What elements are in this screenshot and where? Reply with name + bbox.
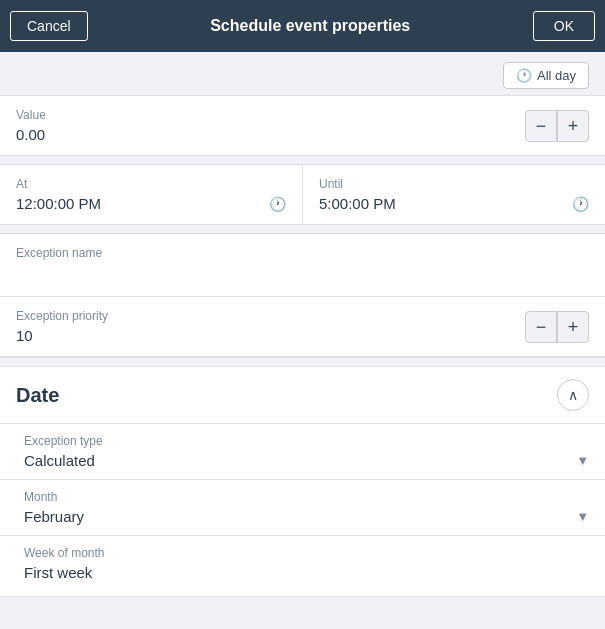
allday-button[interactable]: 🕐 All day xyxy=(503,62,589,89)
month-arrow-icon: ▼ xyxy=(576,509,589,524)
at-value[interactable]: 12:00:00 PM xyxy=(16,195,101,212)
week-of-month-label: Week of month xyxy=(24,546,589,560)
value-increment-button[interactable]: + xyxy=(557,110,589,142)
clock-icon: 🕐 xyxy=(516,68,532,83)
dialog: Cancel Schedule event properties OK 🕐 Al… xyxy=(0,0,605,629)
value-section: Value 0.00 − + xyxy=(0,95,605,156)
month-value: February xyxy=(24,508,84,525)
date-collapse-button[interactable]: ∧ xyxy=(557,379,589,411)
until-value[interactable]: 5:00:00 PM xyxy=(319,195,396,212)
exception-name-label: Exception name xyxy=(16,246,589,260)
month-label: Month xyxy=(24,490,589,504)
exception-priority-label: Exception priority xyxy=(16,309,108,323)
until-field: Until 5:00:00 PM 🕐 xyxy=(303,165,605,224)
cancel-button[interactable]: Cancel xyxy=(10,11,88,41)
at-time-row: 12:00:00 PM 🕐 xyxy=(16,195,286,212)
date-section: Date ∧ Exception type Calculated ▼ Month… xyxy=(0,366,605,597)
at-field: At 12:00:00 PM 🕐 xyxy=(0,165,303,224)
value-label: Value xyxy=(16,108,46,122)
at-clock-icon: 🕐 xyxy=(269,196,286,212)
time-fields: At 12:00:00 PM 🕐 Until 5:00:00 PM 🕐 xyxy=(0,164,605,225)
until-time-row: 5:00:00 PM 🕐 xyxy=(319,195,589,212)
value-display: 0.00 xyxy=(16,126,46,143)
value-row: Value 0.00 − + xyxy=(16,108,589,143)
priority-decrement-button[interactable]: − xyxy=(525,311,557,343)
exception-name-value[interactable] xyxy=(16,264,589,284)
value-field: Value 0.00 xyxy=(16,108,46,143)
exception-name-row: Exception name xyxy=(0,234,605,297)
exception-type-label: Exception type xyxy=(24,434,589,448)
exception-name-section: Exception name Exception priority 10 − + xyxy=(0,233,605,358)
exception-priority-value: 10 xyxy=(16,327,108,344)
value-stepper: − + xyxy=(525,110,589,142)
exception-priority-field: Exception priority 10 xyxy=(16,309,108,344)
chevron-up-icon: ∧ xyxy=(568,387,578,403)
top-bar: 🕐 All day xyxy=(0,52,605,95)
until-clock-icon: 🕐 xyxy=(572,196,589,212)
priority-increment-button[interactable]: + xyxy=(557,311,589,343)
priority-stepper: − + xyxy=(525,311,589,343)
exception-type-arrow-icon: ▼ xyxy=(576,453,589,468)
dialog-content: 🕐 All day Value 0.00 − + At xyxy=(0,52,605,629)
until-label: Until xyxy=(319,177,589,191)
month-row: Month February ▼ xyxy=(0,480,605,536)
dialog-header: Cancel Schedule event properties OK xyxy=(0,0,605,52)
exception-type-row: Exception type Calculated ▼ xyxy=(0,424,605,480)
exception-type-dropdown[interactable]: Calculated ▼ xyxy=(24,452,589,469)
exception-type-value: Calculated xyxy=(24,452,95,469)
exception-priority-row: Exception priority 10 − + xyxy=(0,297,605,357)
date-section-title: Date xyxy=(16,384,59,407)
month-dropdown[interactable]: February ▼ xyxy=(24,508,589,525)
ok-button[interactable]: OK xyxy=(533,11,595,41)
dialog-title: Schedule event properties xyxy=(88,17,533,35)
week-of-month-value[interactable]: First week xyxy=(24,564,589,586)
allday-label: All day xyxy=(537,68,576,83)
week-of-month-row: Week of month First week xyxy=(0,536,605,597)
at-label: At xyxy=(16,177,286,191)
date-section-header: Date ∧ xyxy=(0,366,605,424)
value-decrement-button[interactable]: − xyxy=(525,110,557,142)
